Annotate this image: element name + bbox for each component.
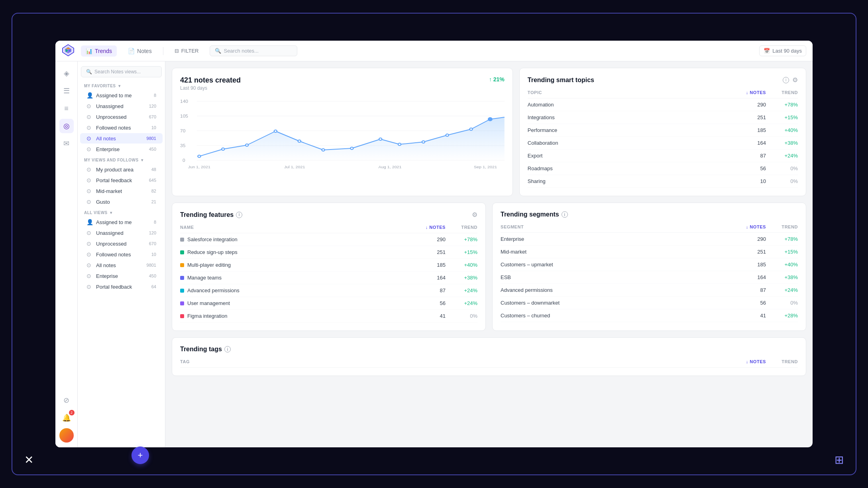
nav-unassigned-all[interactable]: ⊙ Unassigned 120	[80, 228, 163, 238]
nav-unprocessed-all[interactable]: ⊙ Unprocessed 670	[80, 238, 163, 249]
smart-topic-row[interactable]: Sharing 10 0%	[528, 175, 798, 188]
segment-row[interactable]: Enterprise 290 +78%	[501, 233, 798, 246]
segment-row[interactable]: Customers – downmarket 56 0%	[501, 297, 798, 309]
feature-color-dot	[180, 263, 184, 267]
smart-topic-row[interactable]: Roadmaps 56 0%	[528, 162, 798, 175]
unassigned-icon: ⊙	[86, 103, 93, 109]
tab-trends[interactable]: 📊 Trends	[81, 45, 117, 57]
trending-segments-card: Trending segments i SEGMENT ↓ NOTES TREN…	[492, 203, 806, 331]
unprocessed-icon: ⊙	[86, 114, 93, 120]
nav-assigned-to-me-fav[interactable]: 👤 Assigned to me 8	[80, 90, 163, 100]
features-settings-icon[interactable]: ⚙	[472, 211, 477, 218]
smart-topics-info-icon[interactable]: i	[783, 77, 789, 83]
features-info-icon[interactable]: i	[236, 212, 242, 218]
topic-notes: 164	[734, 140, 766, 146]
feature-row[interactable]: Multi-player editing 185 +40%	[180, 259, 477, 272]
segments-info-icon[interactable]: i	[562, 211, 568, 218]
smart-topic-row[interactable]: Integrations 251 +15%	[528, 111, 798, 124]
feature-row[interactable]: Salesforce integration 290 +78%	[180, 233, 477, 246]
search-bar[interactable]: 🔍 Search notes...	[210, 45, 297, 56]
feature-notes: 290	[414, 236, 446, 242]
smart-topic-row[interactable]: Performance 185 +40%	[528, 124, 798, 137]
feature-trend: +15%	[446, 249, 477, 255]
nav-enterprise-fav[interactable]: ⊙ Enterprise 450	[80, 144, 163, 154]
segment-name: Advanced permissions	[501, 287, 734, 293]
nav-my-product-area[interactable]: ⊙ My product area 48	[80, 164, 163, 175]
svg-point-21	[322, 149, 324, 151]
nav-menu[interactable]: ≡	[59, 101, 74, 116]
segment-row[interactable]: ESB 164 +38%	[501, 271, 798, 284]
product-area-icon: ⊙	[86, 166, 93, 173]
trending-smart-topics-title: Trending smart topics	[528, 77, 594, 84]
topic-name: Sharing	[528, 178, 734, 184]
nav-followed-all[interactable]: ⊙ Followed notes 10	[80, 249, 163, 260]
segment-row[interactable]: Customers – churned 41 +28%	[501, 309, 798, 322]
smart-topics-settings-icon[interactable]: ⚙	[792, 76, 798, 84]
tags-info-icon[interactable]: i	[224, 346, 231, 352]
feature-row[interactable]: Manage teams 164 +38%	[180, 272, 477, 284]
filter-icon: ⊟	[175, 48, 179, 54]
nav-assigned-all[interactable]: 👤 Assigned to me 8	[80, 217, 163, 227]
topic-trend: 0%	[766, 178, 798, 184]
unprocessed-all-icon: ⊙	[86, 240, 93, 247]
nav-unprocessed-fav[interactable]: ⊙ Unprocessed 670	[80, 112, 163, 122]
user-avatar[interactable]	[59, 428, 74, 443]
gusto-icon: ⊙	[86, 199, 93, 205]
search-views-icon: 🔍	[86, 69, 92, 75]
notes-icon: 📄	[128, 48, 135, 54]
nav-notifications[interactable]: 🔔 2	[59, 411, 74, 425]
search-views-input[interactable]: 🔍 Search Notes views...	[81, 66, 162, 77]
smart-topic-row[interactable]: Export 87 +24%	[528, 150, 798, 162]
date-range-selector[interactable]: 📅 Last 90 days	[759, 45, 806, 56]
topic-trend: +78%	[766, 102, 798, 108]
enteprise-all-icon: ⊙	[86, 273, 93, 279]
nav-mid-market[interactable]: ⊙ Mid-market 82	[80, 186, 163, 196]
smart-topic-row[interactable]: Automation 290 +78%	[528, 98, 798, 111]
trending-features-title: Trending features i	[180, 211, 242, 218]
chart-subtitle: Last 90 days	[180, 85, 241, 91]
nav-gusto[interactable]: ⊙ Gusto 21	[80, 197, 163, 207]
nav-settings-2[interactable]: ⊘	[59, 393, 74, 407]
topic-notes: 185	[734, 127, 766, 133]
notification-badge: 2	[69, 410, 75, 415]
segments-rows: Enterprise 290 +78% Mid-market 251 +15% …	[501, 233, 798, 322]
segment-row[interactable]: Advanced permissions 87 +24%	[501, 284, 798, 297]
feature-color-dot	[180, 289, 184, 293]
nav-followed-notes-fav[interactable]: ⊙ Followed notes 10	[80, 122, 163, 133]
feature-row[interactable]: Reduce sign-up steps 251 +15%	[180, 246, 477, 259]
filter-button[interactable]: ⊟ FILTER	[170, 45, 204, 56]
nav-all-notes-all[interactable]: ⊙ All notes 9801	[80, 260, 163, 270]
topic-notes: 251	[734, 114, 766, 120]
tab-notes[interactable]: 📄 Notes	[123, 45, 157, 57]
top-row: 421 notes created Last 90 days ↑ 21%	[172, 68, 806, 196]
nav-enteprise-all[interactable]: ⊙ Enteprise 450	[80, 271, 163, 281]
nav-portal-feedback[interactable]: ⊙ Portal feedback 645	[80, 175, 163, 185]
outer-border: ✕ ⊞ 📊 Trends 📄	[12, 13, 856, 475]
nav-all-notes-fav[interactable]: ⊙ All notes 9801	[80, 133, 163, 144]
topic-name: Collaboration	[528, 140, 734, 146]
segment-notes: 185	[734, 262, 766, 268]
svg-point-25	[422, 141, 425, 143]
feature-row[interactable]: Advanced permissions 87 +24%	[180, 284, 477, 297]
feature-row[interactable]: Figma integration 41 0%	[180, 310, 477, 323]
feature-row[interactable]: User management 56 +24%	[180, 297, 477, 310]
nav-notes-list[interactable]: ☰	[59, 84, 74, 98]
segment-trend: +40%	[766, 262, 798, 268]
nav-compass[interactable]: ◈	[59, 66, 74, 81]
nav-unassigned-fav[interactable]: ⊙ Unassigned 120	[80, 101, 163, 111]
topic-trend: +40%	[766, 127, 798, 133]
trending-smart-topics-header: Trending smart topics i ⚙	[528, 76, 798, 84]
segment-row[interactable]: Customers – upmarket 185 +40%	[501, 258, 798, 271]
main-layout: ◈ ☰ ≡ ◎ ✉ ⊘ 🔔 2 🔍 Search Notes views...	[55, 61, 813, 447]
feature-notes: 185	[414, 262, 446, 268]
segment-trend: +15%	[766, 249, 798, 255]
nav-trends[interactable]: ◎	[59, 119, 74, 133]
nav-portal-all[interactable]: ⊙ Portal feedback 64	[80, 281, 163, 292]
trending-smart-topics-card: Trending smart topics i ⚙ TOPIC ↓ NOTES …	[519, 68, 806, 196]
segment-row[interactable]: Mid-market 251 +15%	[501, 246, 798, 258]
svg-text:35: 35	[180, 144, 185, 148]
svg-point-19	[274, 130, 277, 132]
svg-point-20	[298, 140, 301, 142]
nav-mail[interactable]: ✉	[59, 136, 74, 151]
smart-topic-row[interactable]: Collaboration 164 +38%	[528, 137, 798, 150]
